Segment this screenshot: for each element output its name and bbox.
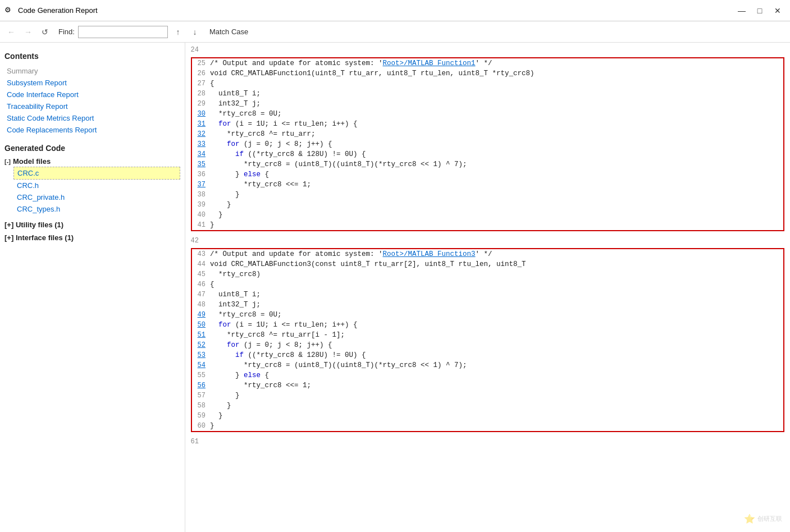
- line-number-47: 47: [192, 290, 210, 300]
- code-line-26: 26 void CRC_MATLABFunction1(uint8_T rtu_…: [192, 68, 783, 79]
- watermark: ⭐ 创研互联: [744, 513, 782, 524]
- code-line-54: 54 *rty_crc8 = (uint8_T)((uint8_T)(*rty_…: [192, 360, 783, 370]
- line-number-51[interactable]: 51: [192, 330, 210, 340]
- watermark-text: 创研互联: [757, 515, 782, 523]
- file-crc-h[interactable]: CRC.h: [13, 180, 180, 191]
- code-line-41: 41 }: [192, 220, 783, 230]
- line-number-57: 57: [192, 391, 210, 401]
- sidebar-item-static-code-metrics[interactable]: Static Code Metrics Report: [4, 112, 180, 124]
- code-line-42: 42: [185, 236, 790, 246]
- line-number-54[interactable]: 54: [192, 360, 210, 370]
- window-controls: — □ ✕: [734, 3, 786, 19]
- file-crc-types-h[interactable]: CRC_types.h: [13, 203, 180, 215]
- line-content-47: uint8_T i;: [210, 290, 265, 300]
- sidebar-item-traceability-report[interactable]: Traceability Report: [4, 100, 180, 112]
- line-number-39: 39: [192, 200, 210, 210]
- line-number-34[interactable]: 34: [192, 149, 210, 159]
- line-content-31: for (i = 1U; i <= rtu_len; i++) {: [210, 119, 362, 129]
- line-content-33: for (j = 0; j < 8; j++) {: [210, 139, 337, 149]
- line-number-50[interactable]: 50: [192, 320, 210, 330]
- line-number-49[interactable]: 49: [192, 310, 210, 320]
- line-number-36: 36: [192, 169, 210, 180]
- code-line-50: 50 for (i = 1U; i <= rtu_len; i++) {: [192, 320, 783, 330]
- find-input[interactable]: [78, 26, 168, 38]
- line-number-29: 29: [192, 99, 210, 109]
- sidebar: Contents Summary Subsystem Report Code I…: [0, 43, 185, 532]
- interface-files-toggle: [+]: [4, 233, 13, 242]
- code-line-47: 47 uint8_T i;: [192, 290, 783, 300]
- model-files-toggle[interactable]: [-]: [4, 158, 11, 165]
- code-line-27: 27 {: [192, 79, 783, 89]
- line-content-53: if ((*rty_crc8 & 128U) != 0U) {: [210, 350, 371, 360]
- contents-heading: Contents: [4, 52, 180, 61]
- line-number-56[interactable]: 56: [192, 380, 210, 391]
- line-content-43: /* Output and update for atomic system: …: [210, 249, 497, 259]
- line-content-51: *rty_crc8 ^= rtu_arr[i - 1];: [210, 330, 349, 340]
- line-number-53[interactable]: 53: [192, 350, 210, 360]
- utility-files-toggle: [+]: [4, 221, 13, 229]
- line-number-32[interactable]: 32: [192, 129, 210, 139]
- code-line-59: 59 }: [192, 411, 783, 421]
- code-line-53: 53 if ((*rty_crc8 & 128U) != 0U) {: [192, 350, 783, 360]
- code-line-28: 28 uint8_T i;: [192, 89, 783, 99]
- code-view: 24 25 /* Output and update for atomic sy…: [185, 43, 790, 532]
- matlab-func1-link[interactable]: Root>/MATLAB_Function1: [383, 59, 476, 67]
- line-content-58: }: [210, 401, 236, 411]
- line-content-48: int32_T j;: [210, 300, 265, 310]
- line-content-44: void CRC_MATLABFunction3(const uint8_T r…: [210, 259, 531, 269]
- line-number-31[interactable]: 31: [192, 119, 210, 129]
- match-case-label: Match Case: [209, 27, 248, 36]
- sidebar-item-summary[interactable]: Summary: [4, 65, 180, 77]
- find-down-button[interactable]: ↓: [188, 25, 202, 39]
- code-line-44: 44 void CRC_MATLABFunction3(const uint8_…: [192, 259, 783, 269]
- interface-files-group[interactable]: [+] Interface files (1): [4, 233, 180, 242]
- maximize-button[interactable]: □: [752, 3, 768, 19]
- code-block-2: 43 /* Output and update for atomic syste…: [191, 248, 784, 432]
- line-content-27: {: [210, 79, 219, 89]
- back-button[interactable]: ←: [4, 25, 18, 39]
- line-number-37[interactable]: 37: [192, 180, 210, 190]
- toolbar: ← → ↺ Find: ↑ ↓ Match Case: [0, 21, 790, 43]
- generated-code-heading: Generated Code: [4, 144, 180, 153]
- file-crc-c[interactable]: CRC.c: [13, 167, 180, 180]
- find-up-button[interactable]: ↑: [171, 25, 185, 39]
- line-number-38: 38: [192, 190, 210, 200]
- line-number-33[interactable]: 33: [192, 139, 210, 149]
- line-content-56: *rty_crc8 <<= 1;: [210, 380, 316, 391]
- line-number-40: 40: [192, 210, 210, 220]
- code-line-31: 31 for (i = 1U; i <= rtu_len; i++) {: [192, 119, 783, 129]
- code-line-51: 51 *rty_crc8 ^= rtu_arr[i - 1];: [192, 330, 783, 340]
- line-number-61: 61: [185, 437, 203, 447]
- code-block-1: 25 /* Output and update for atomic syste…: [191, 57, 784, 231]
- code-line-34: 34 if ((*rty_crc8 & 128U) != 0U) {: [192, 149, 783, 159]
- line-content-41: }: [210, 220, 219, 230]
- line-number-59: 59: [192, 411, 210, 421]
- code-line-48: 48 int32_T j;: [192, 300, 783, 310]
- refresh-button[interactable]: ↺: [38, 25, 52, 39]
- utility-files-group[interactable]: [+] Utility files (1): [4, 221, 180, 229]
- code-line-49: 49 *rty_crc8 = 0U;: [192, 310, 783, 320]
- close-button[interactable]: ✕: [770, 3, 786, 19]
- line-number-60: 60: [192, 421, 210, 431]
- line-content-38: }: [210, 190, 244, 200]
- file-crc-private-h[interactable]: CRC_private.h: [13, 191, 180, 203]
- find-label: Find:: [58, 27, 75, 36]
- code-line-57: 57 }: [192, 391, 783, 401]
- line-number-43: 43: [192, 249, 210, 259]
- forward-button[interactable]: →: [21, 25, 35, 39]
- code-line-40: 40 }: [192, 210, 783, 220]
- matlab-func3-link[interactable]: Root>/MATLAB_Function3: [383, 250, 476, 258]
- line-number-26: 26: [192, 68, 210, 79]
- sidebar-item-subsystem-report[interactable]: Subsystem Report: [4, 77, 180, 89]
- sidebar-item-code-interface-report[interactable]: Code Interface Report: [4, 89, 180, 100]
- code-line-46: 46 {: [192, 279, 783, 290]
- line-number-52[interactable]: 52: [192, 340, 210, 350]
- line-number-30[interactable]: 30: [192, 109, 210, 119]
- sidebar-item-code-replacements[interactable]: Code Replacements Report: [4, 124, 180, 136]
- titlebar: ⚙ Code Generation Report — □ ✕: [0, 0, 790, 21]
- minimize-button[interactable]: —: [734, 3, 750, 19]
- line-content-25: /* Output and update for atomic system: …: [210, 58, 497, 68]
- interface-files-label: Interface files (1): [16, 233, 74, 242]
- line-number-35[interactable]: 35: [192, 159, 210, 169]
- line-number-48: 48: [192, 300, 210, 310]
